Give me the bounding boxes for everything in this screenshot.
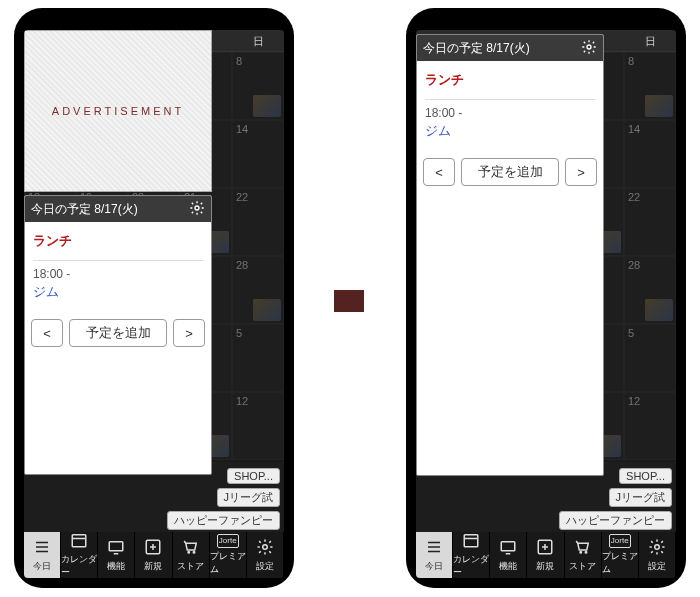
- svg-point-26: [580, 551, 582, 553]
- tab-label: カレンダー: [453, 553, 489, 578]
- phone-after: 水 木 金 土 日 346781011121314181920212224252…: [406, 8, 686, 588]
- calendar-cell[interactable]: 8: [624, 52, 676, 120]
- screen: 水 木 金 土 日 346781011121314181920212224252…: [24, 30, 284, 578]
- calendar-cell[interactable]: 14: [232, 120, 284, 188]
- tab-label: ストア: [177, 560, 204, 573]
- calendar-cell[interactable]: 28: [232, 256, 284, 324]
- calendar-cell[interactable]: 5: [232, 324, 284, 392]
- photo-thumbnail: [645, 299, 673, 321]
- event-gym[interactable]: ジム: [425, 120, 595, 152]
- popup-title: 今日の予定 8/17(火): [423, 40, 530, 57]
- calendar-cell[interactable]: 28: [624, 256, 676, 324]
- dow-cell: 日: [232, 30, 284, 51]
- svg-line-10: [184, 541, 186, 543]
- popup-header: 今日の予定 8/17(火): [417, 35, 603, 61]
- svg-point-12: [193, 551, 195, 553]
- screen: 水 木 金 土 日 346781011121314181920212224252…: [416, 30, 676, 578]
- svg-rect-18: [464, 535, 478, 547]
- svg-rect-3: [72, 535, 86, 547]
- tab-label: 機能: [499, 560, 517, 573]
- cart-icon: [182, 538, 200, 558]
- next-day-button[interactable]: >: [173, 319, 205, 347]
- popup-body: ランチ 18:00 - ジム: [25, 222, 211, 319]
- tag-shop[interactable]: SHOP...: [227, 468, 280, 484]
- phone-before: 水 木 金 土 日 346781011121314181920212224252…: [14, 8, 294, 588]
- svg-point-28: [655, 544, 660, 549]
- gear-icon: [256, 538, 274, 558]
- event-time: 18:00 -: [33, 261, 203, 281]
- add-event-button[interactable]: 予定を追加: [461, 158, 559, 186]
- tab-label: 新規: [144, 560, 162, 573]
- gear-icon[interactable]: [189, 200, 205, 219]
- transition-arrow-icon: [334, 290, 364, 312]
- tab-label: カレンダー: [61, 553, 97, 578]
- tab-function[interactable]: 機能: [490, 532, 527, 578]
- tab-today[interactable]: 今日: [416, 532, 453, 578]
- menu-icon: [425, 538, 443, 558]
- event-gym[interactable]: ジム: [33, 281, 203, 313]
- jorte-icon: Jorte: [217, 534, 239, 548]
- calendar-cell[interactable]: 12: [624, 392, 676, 460]
- tab-store[interactable]: ストア: [173, 532, 210, 578]
- tab-premium[interactable]: Jorte プレミアム: [210, 532, 247, 578]
- tag-jleague[interactable]: Jリーグ試: [609, 488, 673, 507]
- tab-new[interactable]: 新規: [527, 532, 564, 578]
- calendar-cell[interactable]: 5: [624, 324, 676, 392]
- tab-label: 設定: [648, 560, 666, 573]
- gear-icon: [648, 538, 666, 558]
- tab-new[interactable]: 新規: [135, 532, 172, 578]
- monitor-icon: [499, 538, 517, 558]
- next-day-button[interactable]: >: [565, 158, 597, 186]
- advertisement-panel[interactable]: ADVERTISEMENT: [24, 30, 212, 192]
- popup-title: 今日の予定 8/17(火): [31, 201, 138, 218]
- tag-happy[interactable]: ハッピーファンピー: [559, 511, 672, 530]
- jorte-icon: Jorte: [609, 534, 631, 548]
- dow-cell: 日: [624, 30, 676, 51]
- tab-label: ストア: [569, 560, 596, 573]
- today-schedule-popup: 今日の予定 8/17(火) ランチ 18:00 - ジム < 予定を追加 >: [416, 34, 604, 476]
- prev-day-button[interactable]: <: [423, 158, 455, 186]
- popup-header: 今日の予定 8/17(火): [25, 196, 211, 222]
- tag-jleague[interactable]: Jリーグ試: [217, 488, 281, 507]
- tab-settings[interactable]: 設定: [247, 532, 284, 578]
- popup-button-row: < 予定を追加 >: [25, 319, 211, 353]
- tab-function[interactable]: 機能: [98, 532, 135, 578]
- photo-thumbnail: [253, 299, 281, 321]
- svg-point-11: [188, 551, 190, 553]
- svg-line-25: [576, 541, 578, 543]
- tab-label: 新規: [536, 560, 554, 573]
- tab-label: プレミアム: [210, 550, 246, 576]
- calendar-cell[interactable]: 22: [624, 188, 676, 256]
- calendar-cell[interactable]: 14: [624, 120, 676, 188]
- prev-day-button[interactable]: <: [31, 319, 63, 347]
- svg-point-13: [263, 544, 268, 549]
- gear-icon[interactable]: [581, 39, 597, 58]
- svg-rect-20: [502, 541, 516, 550]
- add-event-button[interactable]: 予定を追加: [69, 319, 167, 347]
- tag-happy[interactable]: ハッピーファンピー: [167, 511, 280, 530]
- tab-store[interactable]: ストア: [565, 532, 602, 578]
- cart-icon: [574, 538, 592, 558]
- photo-thumbnail: [253, 95, 281, 117]
- tab-calendar[interactable]: カレンダー: [453, 532, 490, 578]
- tab-premium[interactable]: Jorte プレミアム: [602, 532, 639, 578]
- popup-button-row: < 予定を追加 >: [417, 158, 603, 192]
- calendar-cell[interactable]: 8: [232, 52, 284, 120]
- monitor-icon: [107, 538, 125, 558]
- event-lunch[interactable]: ランチ: [33, 228, 203, 261]
- tab-bar: 今日 カレンダー 機能 新規 ストア: [416, 532, 676, 578]
- photo-thumbnail: [645, 95, 673, 117]
- event-lunch[interactable]: ランチ: [425, 67, 595, 100]
- tab-calendar[interactable]: カレンダー: [61, 532, 98, 578]
- today-schedule-popup: 今日の予定 8/17(火) ランチ 18:00 - ジム < 予定を追加 >: [24, 195, 212, 475]
- calendar-cell[interactable]: 22: [232, 188, 284, 256]
- tab-label: 今日: [425, 560, 443, 573]
- tab-bar: 今日 カレンダー 機能 新規 ストア: [24, 532, 284, 578]
- calendar-cell[interactable]: 12: [232, 392, 284, 460]
- advertisement-label: ADVERTISEMENT: [52, 105, 184, 117]
- event-time: 18:00 -: [425, 100, 595, 120]
- tab-settings[interactable]: 設定: [639, 532, 676, 578]
- tab-label: 機能: [107, 560, 125, 573]
- tab-today[interactable]: 今日: [24, 532, 61, 578]
- tag-shop[interactable]: SHOP...: [619, 468, 672, 484]
